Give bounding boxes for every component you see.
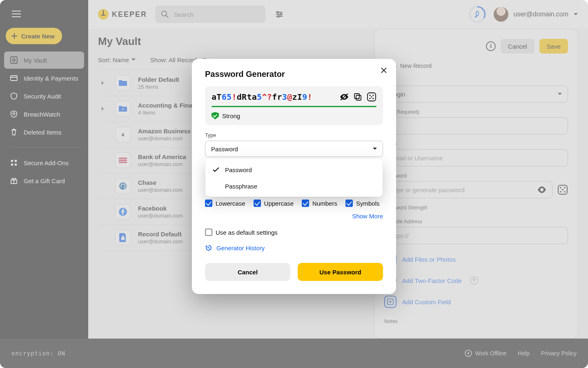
svg-rect-30 — [356, 95, 361, 100]
svg-rect-31 — [354, 94, 359, 99]
copy-icon[interactable] — [354, 93, 362, 101]
checkbox-uppercase[interactable]: Uppercase — [254, 200, 294, 207]
modal-title: Password Generator — [205, 70, 383, 79]
history-icon — [205, 244, 212, 251]
use-password-button[interactable]: Use Password — [298, 263, 383, 281]
password-display: aT65!dRta5^?fr3@zI9! Strong — [205, 86, 383, 125]
svg-point-35 — [371, 96, 372, 97]
eye-off-icon[interactable] — [340, 93, 349, 101]
show-more-link[interactable]: Show More — [352, 213, 383, 220]
strength-indicator: Strong — [212, 112, 376, 119]
type-option-passphrase[interactable]: Passphrase — [205, 178, 383, 194]
svg-point-37 — [372, 98, 374, 99]
modal-close-button[interactable] — [381, 67, 387, 74]
checkbox-default-settings[interactable]: Use as default settings — [205, 229, 383, 236]
svg-point-34 — [372, 94, 374, 96]
svg-point-33 — [369, 94, 370, 96]
regenerate-dice-icon[interactable] — [367, 92, 376, 102]
chevron-down-icon — [373, 148, 377, 150]
charset-options: Lowercase Uppercase Numbers Symbols — [205, 200, 383, 207]
modal-type-label: Type — [205, 132, 383, 138]
modal-overlay: Password Generator aT65!dRta5^?fr3@zI9! … — [0, 0, 588, 368]
generator-history-link[interactable]: Generator History — [216, 245, 265, 251]
checkbox-symbols[interactable]: Symbols — [345, 200, 380, 207]
check-icon — [213, 167, 219, 172]
close-icon — [381, 67, 387, 74]
type-dropdown-menu: Password Passphrase — [205, 159, 383, 197]
password-generator-modal: Password Generator aT65!dRta5^?fr3@zI9! … — [192, 59, 396, 294]
checkbox-lowercase[interactable]: Lowercase — [205, 200, 245, 207]
checkbox-numbers[interactable]: Numbers — [302, 200, 337, 207]
modal-cancel-button[interactable]: Cancel — [205, 263, 290, 281]
generated-password: aT65!dRta5^?fr3@zI9! — [212, 92, 335, 102]
svg-point-36 — [369, 98, 370, 99]
type-option-password[interactable]: Password — [205, 162, 383, 178]
strength-meter — [212, 106, 376, 107]
shield-check-icon — [212, 112, 219, 119]
type-dropdown[interactable]: Password Password Passphrase — [205, 141, 383, 157]
